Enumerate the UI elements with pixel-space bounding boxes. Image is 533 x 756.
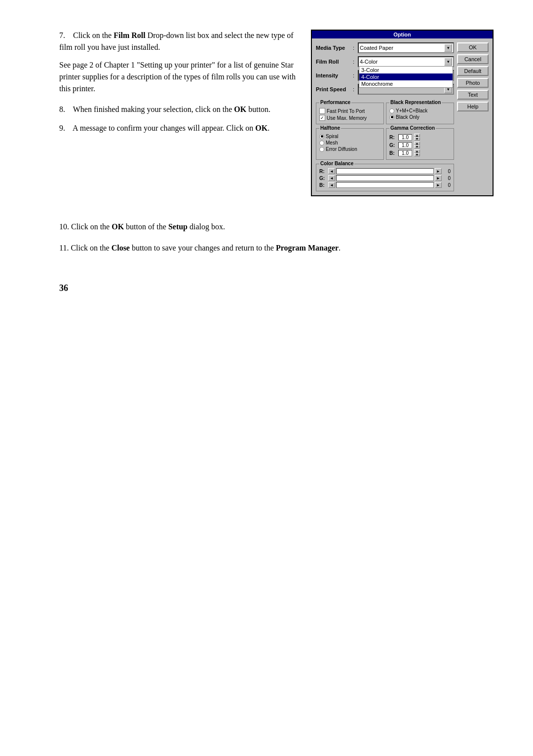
gamma-g-value: 1.0 — [398, 142, 412, 148]
cb-g-slider-container: ◄ ► — [328, 175, 442, 181]
cb-g-track[interactable] — [336, 175, 434, 181]
media-type-colon: : — [353, 45, 358, 51]
error-diffusion-radio[interactable] — [319, 147, 324, 152]
gamma-r-row: R: 1.0 ▲ ▼ — [389, 134, 451, 141]
text-button[interactable]: Text — [457, 90, 489, 100]
dialog-title: Option — [393, 32, 411, 37]
ymck-radio[interactable] — [389, 108, 394, 113]
spiral-radio[interactable] — [319, 134, 324, 139]
cb-b-track[interactable] — [336, 182, 434, 188]
cb-r-track[interactable] — [336, 168, 434, 174]
media-type-label: Media Type — [316, 45, 353, 51]
film-roll-select[interactable]: 4-Color ▾ 3-Color 4-Color Monochrome — [358, 56, 454, 67]
gamma-r-up[interactable]: ▲ — [414, 134, 420, 137]
dropdown-item-monochrome[interactable]: Monochrome — [359, 80, 453, 87]
cb-b-right-btn[interactable]: ► — [435, 182, 442, 188]
use-max-memory-label: Use Max. Memory — [327, 115, 367, 121]
gamma-title: Gamma Correction — [389, 125, 436, 131]
dropdown-item-4color[interactable]: 4-Color — [359, 73, 453, 80]
performance-title: Performance — [319, 100, 351, 105]
gamma-g-up[interactable]: ▲ — [414, 142, 420, 145]
step-10-text: 10. Click on the OK button of the Setup … — [59, 221, 225, 233]
print-speed-colon: : — [353, 86, 358, 92]
ok-button[interactable]: OK — [457, 42, 489, 52]
gamma-b-up[interactable]: ▲ — [414, 149, 420, 153]
halftone-section: Halftone Spiral Mesh — [316, 128, 384, 160]
gamma-b-down[interactable]: ▼ — [414, 153, 420, 156]
cb-r-row: R: ◄ ► 0 — [319, 168, 451, 174]
dialog-buttons: OK Cancel Default Photo Text Help — [457, 42, 489, 191]
black-rep-title: Black Representation — [389, 100, 442, 105]
cb-r-label: R: — [319, 169, 326, 174]
main-content: 7. Click on the Film Roll Drop-down list… — [59, 30, 494, 293]
intensity-label: Intensity — [316, 72, 353, 78]
cb-g-right-btn[interactable]: ► — [435, 175, 442, 181]
fast-print-checkbox[interactable] — [319, 108, 325, 114]
halftone-gamma-row: Halftone Spiral Mesh — [316, 128, 454, 160]
film-roll-value: 4-Color — [360, 59, 444, 65]
option-dialog: Option Media Type : Coated Paper ▾ — [311, 30, 494, 196]
media-type-select[interactable]: Coated Paper ▾ — [358, 42, 454, 53]
use-max-memory-checkbox[interactable]: ✓ — [319, 115, 325, 121]
film-roll-arrow[interactable]: ▾ — [444, 58, 452, 66]
dropdown-item-3color[interactable]: 3-Color — [359, 67, 453, 73]
cancel-button[interactable]: Cancel — [457, 54, 489, 64]
cb-r-right-btn[interactable]: ► — [435, 168, 442, 174]
cb-b-slider-container: ◄ ► — [328, 182, 442, 188]
perf-black-row: Performance Fast Print To Port ✓ Use Max… — [316, 101, 454, 124]
step-11-text: 11. Click on the Close button to save yo… — [59, 242, 341, 254]
page-number: 36 — [59, 283, 494, 293]
black-only-label: Black Only — [396, 114, 419, 120]
gamma-g-down[interactable]: ▼ — [414, 145, 420, 148]
error-diffusion-row: Error Diffusion — [319, 146, 381, 152]
gamma-r-label: R: — [389, 135, 396, 140]
steps-bottom: 10. Click on the OK button of the Setup … — [59, 221, 494, 263]
gamma-b-label: B: — [389, 150, 396, 156]
step-7-see-page: See page 2 of Chapter 1 "Setting up your… — [59, 59, 296, 95]
step-9-num: 9. — [59, 124, 65, 132]
cb-g-value: 0 — [444, 176, 451, 181]
step-8: 8. When finished making your selection, … — [59, 104, 296, 115]
cb-r-left-btn[interactable]: ◄ — [328, 168, 335, 174]
ymck-row: Y+M+C+Black — [389, 108, 451, 113]
default-button[interactable]: Default — [457, 66, 489, 76]
gamma-b-spin[interactable]: ▲ ▼ — [414, 149, 420, 156]
color-balance-title: Color Balance — [319, 161, 354, 166]
mesh-radio[interactable] — [319, 141, 324, 145]
error-diffusion-label: Error Diffusion — [326, 146, 357, 152]
gamma-g-spin[interactable]: ▲ ▼ — [414, 142, 420, 148]
gamma-section: Gamma Correction R: 1.0 ▲ ▼ — [386, 128, 454, 160]
cb-b-left-btn[interactable]: ◄ — [328, 182, 335, 188]
gamma-r-value: 1.0 — [398, 134, 412, 141]
gamma-g-label: G: — [389, 143, 396, 148]
photo-button[interactable]: Photo — [457, 78, 489, 88]
film-roll-label: Film Roll — [316, 59, 353, 65]
performance-section: Performance Fast Print To Port ✓ Use Max… — [316, 103, 384, 124]
cb-r-value: 0 — [444, 169, 451, 174]
media-type-arrow[interactable]: ▾ — [444, 44, 452, 52]
cb-g-left-btn[interactable]: ◄ — [328, 175, 335, 181]
step-8-text: 8. When finished making your selection, … — [59, 104, 296, 115]
print-speed-label: Print Speed — [316, 86, 353, 92]
gamma-b-value: 1.0 — [398, 150, 412, 156]
black-only-row: Black Only — [389, 114, 451, 120]
cb-b-row: B: ◄ ► 0 — [319, 182, 451, 188]
gamma-r-down[interactable]: ▼ — [414, 137, 420, 141]
step-9-text: 9. A message to confirm your changes wil… — [59, 122, 296, 134]
film-roll-dropdown[interactable]: 3-Color 4-Color Monochrome — [359, 66, 453, 88]
gamma-r-spin[interactable]: ▲ ▼ — [414, 134, 420, 141]
gamma-g-row: G: 1.0 ▲ ▼ — [389, 142, 451, 148]
dialog-main: Media Type : Coated Paper ▾ Film Roll : … — [316, 42, 454, 191]
step-7-text: 7. Click on the Film Roll Drop-down list… — [59, 30, 296, 53]
ymck-label: Y+M+C+Black — [396, 108, 427, 113]
dialog-body: Media Type : Coated Paper ▾ Film Roll : … — [312, 38, 493, 195]
spiral-row: Spiral — [319, 134, 381, 139]
step-7: 7. Click on the Film Roll Drop-down list… — [59, 30, 296, 95]
intensity-colon: : — [353, 72, 358, 78]
help-button[interactable]: Help — [457, 102, 489, 111]
color-balance-section: Color Balance R: ◄ ► 0 — [316, 164, 454, 191]
halftone-title: Halftone — [319, 125, 341, 131]
black-only-radio[interactable] — [389, 115, 394, 120]
media-type-value: Coated Paper — [360, 45, 444, 51]
step-7-num: 7. — [59, 31, 65, 39]
